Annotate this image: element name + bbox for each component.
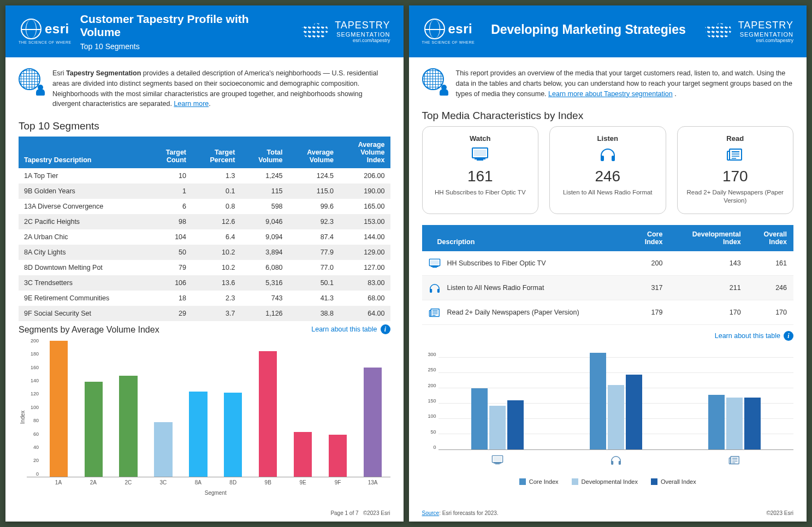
svg-rect-13	[430, 260, 438, 264]
bar	[289, 338, 317, 477]
segments-chart: Index 200180160140120100806040200 1A2A2C…	[19, 338, 390, 496]
x-axis-label: Segment	[27, 485, 390, 496]
page-1: esri THE SCIENCE OF WHERE Customer Tapes…	[5, 5, 404, 522]
bar	[708, 395, 725, 449]
table-row: Read 2+ Daily Newspapers (Paper Version)…	[422, 300, 794, 325]
svg-rect-19	[429, 310, 431, 316]
learn-about-table-link[interactable]: Learn about this table i	[311, 324, 390, 334]
svg-rect-5	[612, 156, 615, 161]
globe-icon	[424, 19, 445, 39]
bar	[324, 338, 352, 477]
tapestry-title: TAPESTRY	[335, 20, 390, 31]
column-header: TargetPercent	[192, 137, 240, 168]
svg-rect-7	[727, 151, 730, 160]
chart-legend: Core Index Developmental Index Overall I…	[422, 478, 794, 485]
svg-rect-17	[437, 289, 439, 293]
media-cards: Watch161HH Subscribes to Fiber Optic TVL…	[422, 126, 794, 214]
us-map-icon	[299, 21, 330, 42]
intro-text: This report provides an overview of the …	[456, 68, 794, 99]
section-title: Top 10 Segments	[19, 120, 390, 132]
tapestry-sub: SEGMENTATION	[335, 31, 390, 38]
table-row: 9B Golden Years10.1115115.0190.00	[19, 183, 390, 199]
media-card-news: Read170Read 2+ Daily Newspapers (Paper V…	[677, 126, 794, 214]
bar	[507, 400, 524, 449]
legend-core: Core Index	[519, 478, 559, 485]
source-link[interactable]: Source	[422, 510, 440, 516]
page-footer: Source: Esri forecasts for 2023. ©2023 E…	[409, 507, 807, 522]
page-title: Developing Marketing Strategies	[483, 22, 693, 37]
tapestry-title: TAPESTRY	[738, 20, 793, 31]
card-desc: Read 2+ Daily Newspapers (Paper Version)	[683, 188, 788, 205]
table-row: 2A Urban Chic1046.49,09487.4144.00	[19, 229, 390, 245]
svg-rect-31	[729, 458, 731, 464]
table-row: HH Subscribes to Fiber Optic TV200143161	[422, 251, 794, 276]
svg-rect-28	[611, 461, 613, 465]
media-table: DescriptionCoreIndexDevelopmentalIndexOv…	[422, 225, 794, 325]
table-row: 8A City Lights5010.23,89477.9129.00	[19, 245, 390, 260]
tv-icon	[491, 454, 503, 465]
brand-name: esri	[45, 21, 69, 37]
news-icon	[728, 454, 740, 465]
tapestry-logo: TAPESTRY SEGMENTATION esri.com/tapestry	[299, 20, 390, 43]
column-header: AverageVolume	[288, 137, 339, 168]
tapestry-url: esri.com/tapestry	[335, 38, 390, 43]
tv-icon	[471, 147, 489, 162]
bar	[489, 406, 506, 449]
bar	[45, 338, 73, 477]
header: esri THE SCIENCE OF WHERE Developing Mar…	[409, 5, 807, 57]
svg-rect-1	[474, 150, 486, 156]
bar	[254, 338, 282, 477]
svg-rect-16	[430, 289, 432, 293]
esri-logo: esri THE SCIENCE OF WHERE	[422, 19, 475, 44]
bar	[626, 375, 642, 450]
media-card-headphones: Listen246Listen to All News Radio Format	[549, 126, 666, 214]
table-row: 3C Trendsetters10613.65,31650.183.00	[19, 275, 390, 291]
column-header: TotalVolume	[240, 137, 288, 168]
bar	[149, 338, 177, 477]
info-icon: i	[784, 331, 793, 341]
headphones-icon	[599, 147, 617, 162]
column-header: Tapestry Description	[19, 137, 149, 168]
page-footer: Page 1 of 7 ©2023 Esri	[5, 507, 404, 522]
header-title-block: Customer Tapestry Profile with Volume To…	[80, 13, 290, 51]
bar	[726, 398, 743, 449]
card-title: Read	[726, 134, 744, 143]
column-header: AverageVolumeIndex	[339, 137, 390, 168]
svg-rect-15	[431, 265, 438, 267]
bar	[80, 338, 108, 477]
page-2: esri THE SCIENCE OF WHERE Developing Mar…	[409, 5, 807, 522]
card-desc: HH Subscribes to Fiber Optic TV	[435, 188, 526, 197]
bar	[608, 385, 624, 449]
page-title: Customer Tapestry Profile with Volume	[80, 13, 290, 39]
news-icon	[726, 147, 744, 162]
legend-over: Overall Index	[651, 478, 696, 485]
table-row: 9E Retirement Communities182.374341.368.…	[19, 291, 390, 306]
svg-rect-27	[494, 462, 501, 463]
header: esri THE SCIENCE OF WHERE Customer Tapes…	[5, 5, 404, 57]
bar-group	[702, 352, 767, 449]
bar	[471, 388, 488, 449]
card-value: 246	[595, 168, 620, 185]
table-row: Listen to All News Radio Format317211246	[422, 276, 794, 300]
table-row: 9F Social Security Set293.71,12638.864.0…	[19, 306, 390, 321]
column-header: TargetCount	[149, 137, 192, 168]
headphones-icon	[610, 454, 622, 465]
card-title: Listen	[597, 134, 618, 143]
learn-more-link[interactable]: Learn more	[174, 100, 209, 108]
learn-more-link[interactable]: Learn more about Tapestry segmentation	[548, 90, 673, 98]
learn-about-table-link[interactable]: Learn about this table i	[715, 331, 793, 341]
intro-block: This report provides an overview of the …	[422, 68, 794, 99]
bar	[590, 353, 606, 449]
svg-rect-3	[475, 158, 485, 159]
card-title: Watch	[470, 134, 491, 143]
news-icon	[429, 307, 441, 318]
svg-rect-4	[601, 156, 604, 161]
globe-icon	[21, 19, 42, 39]
table-row: 13A Diverse Convergence60.859899.6165.00	[19, 199, 390, 214]
svg-rect-25	[493, 457, 501, 461]
headphones-icon	[429, 282, 441, 293]
column-header: DevelopmentalIndex	[669, 225, 747, 251]
table-row: 1A Top Tier101.31,245124.5206.00	[19, 168, 390, 183]
tapestry-url: esri.com/tapestry	[738, 38, 793, 43]
us-map-icon	[702, 21, 734, 42]
